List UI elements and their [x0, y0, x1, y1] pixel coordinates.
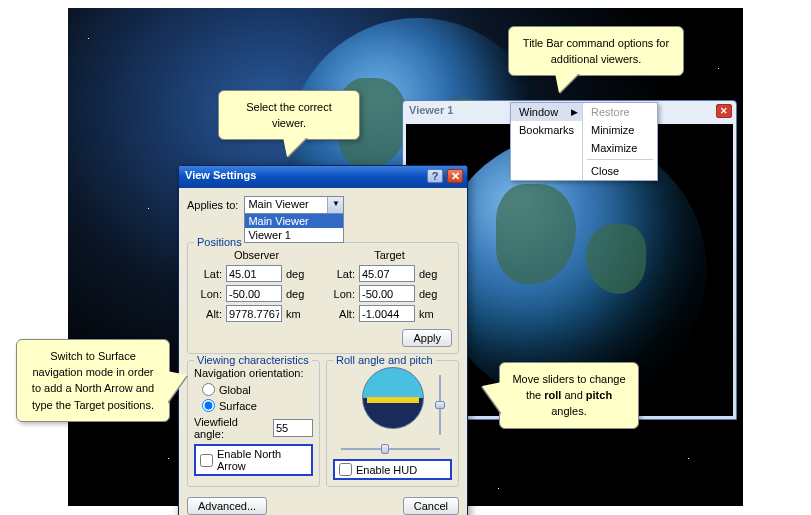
callout-surface-nav: Switch to Surface navigation mode in ord…	[16, 339, 170, 422]
viewing-legend: Viewing characteristics	[194, 354, 312, 366]
observer-alt-input[interactable]	[226, 305, 282, 322]
nav-orientation-label: Navigation orientation:	[194, 367, 313, 379]
target-lat-input[interactable]	[359, 265, 415, 282]
viewer1-close-button[interactable]: ✕	[716, 104, 732, 118]
observer-heading: Observer	[194, 249, 319, 261]
applies-to-dropdown: Main Viewer Viewer 1	[244, 213, 344, 243]
viewer1-title-text: Viewer 1	[409, 104, 453, 116]
menu-restore[interactable]: Restore	[583, 103, 657, 121]
positions-legend: Positions	[194, 236, 245, 248]
enable-hud-checkbox[interactable]	[339, 463, 352, 476]
titlebar-context-menu: Window▶ Bookmarks Restore Minimize Maxim…	[510, 102, 658, 181]
advanced-button[interactable]: Advanced...	[187, 497, 267, 515]
callout-sliders: Move sliders to change the roll and pitc…	[499, 362, 639, 429]
menu-minimize[interactable]: Minimize	[583, 121, 657, 139]
help-button[interactable]: ?	[427, 169, 443, 183]
dialog-title-text: View Settings	[185, 169, 256, 181]
applies-to-combo[interactable]: Main Viewer▼ Main Viewer Viewer 1	[244, 196, 344, 214]
menu-window[interactable]: Window▶	[511, 103, 582, 121]
view-settings-dialog: View Settings ? ✕ Applies to: Main Viewe…	[178, 165, 468, 515]
cancel-button[interactable]: Cancel	[403, 497, 459, 515]
observer-lat-input[interactable]	[226, 265, 282, 282]
enable-north-arrow-checkbox[interactable]	[200, 454, 213, 467]
chevron-right-icon: ▶	[571, 107, 578, 117]
applies-to-label: Applies to:	[187, 199, 238, 211]
apply-button[interactable]: Apply	[402, 329, 452, 347]
dialog-titlebar[interactable]: View Settings ? ✕	[179, 166, 467, 188]
chevron-down-icon: ▼	[327, 197, 343, 213]
target-lon-input[interactable]	[359, 285, 415, 302]
callout-select-viewer: Select the correct viewer.	[218, 90, 360, 140]
roll-slider[interactable]	[341, 443, 440, 455]
roll-thumb[interactable]	[381, 444, 389, 454]
viewfield-label: Viewfield angle:	[194, 416, 267, 440]
menu-maximize[interactable]: Maximize	[583, 139, 657, 157]
viewfield-angle-input[interactable]	[273, 419, 313, 437]
pitch-slider[interactable]	[434, 375, 446, 435]
menu-bookmarks[interactable]: Bookmarks	[511, 121, 582, 139]
attitude-indicator	[362, 367, 424, 429]
roll-pitch-legend: Roll angle and pitch	[333, 354, 436, 366]
callout-titlebar-options: Title Bar command options for additional…	[508, 26, 684, 76]
target-alt-input[interactable]	[359, 305, 415, 322]
combo-option-main[interactable]: Main Viewer	[245, 214, 343, 228]
nav-surface-radio[interactable]	[202, 399, 215, 412]
close-button[interactable]: ✕	[447, 169, 463, 183]
nav-global-radio[interactable]	[202, 383, 215, 396]
menu-close[interactable]: Close	[583, 162, 657, 180]
menu-separator	[587, 159, 653, 160]
pitch-thumb[interactable]	[435, 401, 445, 409]
target-heading: Target	[327, 249, 452, 261]
observer-lon-input[interactable]	[226, 285, 282, 302]
combo-option-viewer1[interactable]: Viewer 1	[245, 228, 343, 242]
